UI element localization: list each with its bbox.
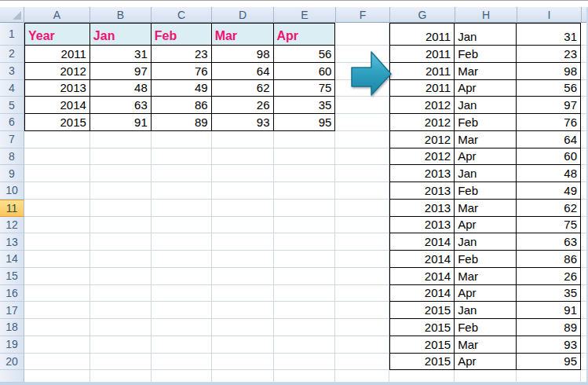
cell-D16[interactable] [212,285,274,302]
column-header-f[interactable]: F [336,7,390,23]
cell-B8[interactable] [90,148,152,166]
row-header-1[interactable]: 1 [0,23,24,46]
cell-G18[interactable]: 2015 [389,319,455,336]
cell-C12[interactable] [152,217,212,234]
cell-E7[interactable] [274,131,336,148]
cell-F11[interactable] [335,200,389,217]
cell-A4[interactable]: 2013 [24,80,90,97]
cell-G9[interactable]: 2013 [389,165,455,182]
cell-B11[interactable] [90,200,152,217]
cell-C7[interactable] [152,131,212,148]
cell-B9[interactable] [90,165,152,182]
cell-D2[interactable]: 98 [212,46,274,63]
cell-B14[interactable] [90,251,152,268]
cell-D9[interactable] [212,165,274,182]
cell-F13[interactable] [335,233,389,251]
row-header-9[interactable]: 9 [0,165,24,182]
cell-D4[interactable]: 62 [212,80,274,97]
cell-H2[interactable]: Feb [455,46,517,63]
cell-G5[interactable]: 2012 [389,97,455,114]
cell-H13[interactable]: Jan [455,233,517,251]
cell-G15[interactable]: 2014 [389,268,455,285]
cell-D13[interactable] [212,233,274,251]
cell-C17[interactable] [152,302,212,319]
cell-F17[interactable] [335,302,389,319]
cell-G1[interactable]: 2011 [389,23,455,46]
cell-F16[interactable] [335,285,389,302]
cell-H8[interactable]: Apr [455,148,517,166]
cell-C20[interactable] [152,354,212,371]
cell-I5[interactable]: 97 [517,97,581,114]
cell-H9[interactable]: Jan [455,165,517,182]
cell-B15[interactable] [90,268,152,285]
cell-B5[interactable]: 63 [90,97,152,114]
cell-E6[interactable]: 95 [274,114,336,131]
cell-I9[interactable]: 48 [517,165,581,182]
cell-G12[interactable]: 2013 [389,217,455,234]
cell-D3[interactable]: 64 [212,63,274,80]
cell-A19[interactable] [24,336,90,354]
cell-E11[interactable] [274,200,336,217]
cell-F5[interactable] [335,97,389,114]
cell-I7[interactable]: 64 [517,131,581,148]
cell-G11[interactable]: 2013 [389,200,455,217]
cell-E13[interactable] [274,233,336,251]
cell-H14[interactable]: Feb [455,251,517,268]
cell-A6[interactable]: 2015 [24,114,90,131]
cell-H3[interactable]: Mar [455,63,517,80]
row-header-4[interactable]: 4 [0,80,24,97]
cell-G20[interactable]: 2015 [389,354,455,371]
cell-I2[interactable]: 23 [517,46,581,63]
cell-F12[interactable] [335,217,389,234]
cell-C10[interactable] [152,182,212,200]
cell-H18[interactable]: Feb [455,319,517,336]
cell-A20[interactable] [24,354,90,371]
cell-A2[interactable]: 2011 [24,46,90,63]
cell-C13[interactable] [152,233,212,251]
cell-B10[interactable] [90,182,152,200]
row-header-7[interactable]: 7 [0,131,24,148]
row-header-18[interactable]: 18 [0,319,24,336]
cell-H16[interactable]: Apr [455,285,517,302]
cell-I18[interactable]: 89 [517,319,581,336]
cell-E20[interactable] [274,354,336,371]
cell-E2[interactable]: 56 [274,46,336,63]
cell-A10[interactable] [24,182,90,200]
cell-B7[interactable] [90,131,152,148]
cell-F14[interactable] [335,251,389,268]
cell-F8[interactable] [335,148,389,166]
cell-E5[interactable]: 35 [274,97,336,114]
cell-A16[interactable] [24,285,90,302]
cell-A15[interactable] [24,268,90,285]
cell-G19[interactable]: 2015 [389,336,455,354]
cell-C14[interactable] [152,251,212,268]
cell-I20[interactable]: 95 [517,354,581,371]
cell-I10[interactable]: 49 [517,182,581,200]
cell-I12[interactable]: 75 [517,217,581,234]
cell-E15[interactable] [274,268,336,285]
cell-E9[interactable] [274,165,336,182]
cell-C15[interactable] [152,268,212,285]
column-header-h[interactable]: H [455,7,517,23]
cell-H5[interactable]: Jan [455,97,517,114]
row-header-3[interactable]: 3 [0,63,24,80]
cell-I6[interactable]: 76 [517,114,581,131]
cell-E16[interactable] [274,285,336,302]
cell-H4[interactable]: Apr [455,80,517,97]
cell-I11[interactable]: 62 [517,200,581,217]
right-arrow-icon[interactable] [349,49,396,99]
cell-B1[interactable]: Jan [90,23,152,46]
row-header-2[interactable]: 2 [0,46,24,63]
cell-F1[interactable] [335,23,389,46]
cell-C4[interactable]: 49 [152,80,212,97]
cell-I15[interactable]: 26 [517,268,581,285]
cell-A8[interactable] [24,148,90,166]
cell-B2[interactable]: 31 [90,46,152,63]
cell-I1[interactable]: 31 [517,23,581,46]
select-all-corner[interactable] [0,7,24,23]
cell-H1[interactable]: Jan [455,23,517,46]
cell-C18[interactable] [152,319,212,336]
cell-H7[interactable]: Mar [455,131,517,148]
cell-E4[interactable]: 75 [274,80,336,97]
cell-F6[interactable] [335,114,389,131]
